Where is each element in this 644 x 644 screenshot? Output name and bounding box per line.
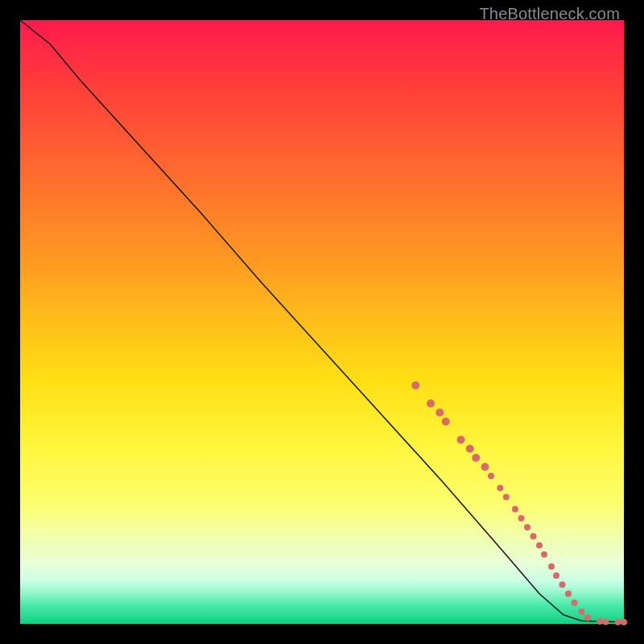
data-marker — [584, 615, 591, 621]
data-marker — [518, 515, 525, 522]
data-marker — [553, 572, 559, 579]
data-marker — [559, 581, 566, 588]
data-marker — [472, 454, 480, 462]
data-marker — [442, 418, 450, 426]
data-marker — [603, 618, 609, 625]
data-marker — [503, 494, 510, 501]
chart-stage: TheBottleneck.com — [0, 0, 644, 644]
data-marker — [457, 436, 465, 444]
data-marker — [481, 463, 489, 471]
data-marker — [466, 445, 474, 453]
data-marker — [436, 409, 444, 417]
data-marker — [621, 619, 627, 625]
data-marker — [512, 506, 518, 513]
data-marker — [530, 533, 537, 539]
data-marker — [572, 600, 578, 606]
data-marker — [541, 551, 547, 558]
data-marker — [548, 564, 555, 570]
data-marker — [579, 609, 585, 615]
data-marker — [497, 485, 503, 491]
data-marker — [597, 618, 603, 625]
marker-layer — [411, 382, 627, 625]
data-marker — [615, 619, 621, 625]
data-marker — [524, 524, 530, 530]
chart-overlay — [20, 20, 624, 624]
data-marker — [427, 399, 435, 407]
bottleneck-curve — [20, 20, 624, 622]
data-marker — [536, 543, 543, 549]
data-marker — [565, 591, 572, 597]
data-marker — [411, 382, 419, 390]
data-marker — [488, 473, 494, 479]
